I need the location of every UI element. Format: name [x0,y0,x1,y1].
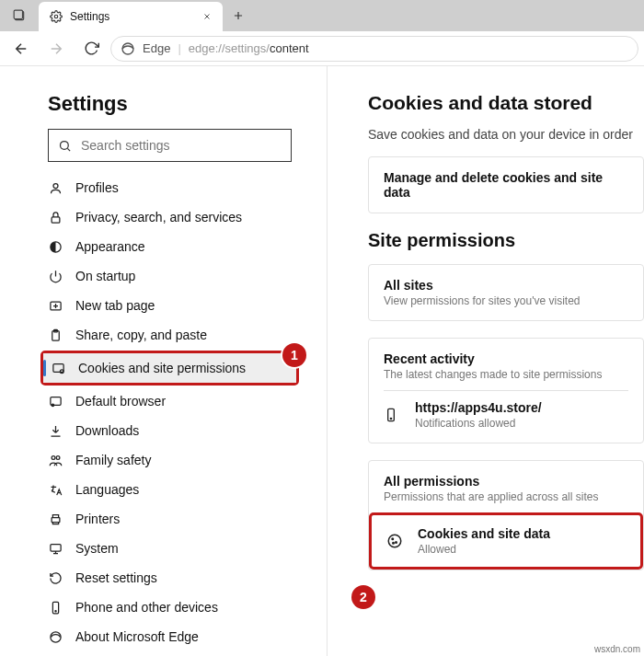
address-bar[interactable]: Edge | edge://settings/content [110,36,638,62]
recent-activity-item[interactable]: https://apps4u.store/ Notifications allo… [384,390,628,430]
recent-activity-desc: The latest changes made to site permissi… [384,368,628,381]
printer-icon [48,512,63,526]
all-sites-desc: View permissions for sites you've visite… [384,294,628,307]
nav-reset[interactable]: Reset settings [40,563,310,593]
tab-strip: Settings [0,0,644,31]
recent-activity-title: Recent activity [384,351,628,366]
nav-family[interactable]: Family safety [40,445,310,475]
profile-icon [48,181,63,195]
nav-about[interactable]: About Microsoft Edge [40,622,310,651]
search-icon [58,139,72,153]
new-tab-button[interactable] [223,0,254,31]
svg-point-4 [61,141,69,149]
svg-point-20 [54,610,55,611]
svg-point-21 [50,631,60,641]
lock-icon [48,211,63,224]
nav-default-browser[interactable]: Default browser [40,386,310,416]
nav-privacy[interactable]: Privacy, search, and services [40,202,310,232]
phone-icon [384,408,398,422]
svg-rect-18 [50,544,60,551]
search-settings[interactable] [48,129,292,162]
download-icon [48,424,63,438]
svg-point-24 [388,535,401,547]
nav-label: System [75,541,119,556]
nav-label: Languages [75,482,139,497]
languages-icon [48,483,63,497]
nav-label: Family safety [75,453,151,467]
all-permissions-desc: Permissions that are applied across all … [384,490,628,503]
nav-startup[interactable]: On startup [40,261,310,291]
settings-nav: Profiles Privacy, search, and services A… [40,173,310,651]
address-separator: | [178,41,180,55]
tab-title: Settings [70,10,195,23]
close-tab-icon[interactable] [202,12,212,21]
svg-point-25 [392,538,394,540]
nav-profiles[interactable]: Profiles [40,173,310,202]
svg-point-23 [390,418,391,419]
nav-label: About Microsoft Edge [75,629,199,644]
svg-point-3 [122,43,133,54]
appearance-icon [48,240,63,254]
svg-rect-6 [52,216,60,222]
recent-activity-card: Recent activity The latest changes made … [368,338,644,443]
family-icon [48,454,63,467]
nav-phone[interactable]: Phone and other devices [40,593,310,622]
svg-point-5 [53,183,58,188]
svg-point-15 [52,455,55,459]
cookies-heading: Cookies and data stored [368,92,644,114]
forward-button[interactable] [40,35,72,63]
perm-row-title: Cookies and site data [418,526,550,541]
all-permissions-title: All permissions [384,474,628,489]
nav-downloads[interactable]: Downloads [40,416,310,445]
svg-point-27 [393,543,395,545]
search-input[interactable] [81,138,282,153]
back-button[interactable] [6,35,37,63]
reset-icon [48,571,63,585]
svg-point-16 [56,455,60,459]
svg-point-2 [54,15,58,18]
svg-point-26 [396,542,397,544]
activity-site: https://apps4u.store/ [415,400,542,415]
nav-languages[interactable]: Languages [40,475,310,504]
nav-label: Cookies and site permissions [78,361,246,375]
nav-label: New tab page [75,298,155,313]
nav-system[interactable]: System [40,534,310,563]
phone-icon [48,601,63,615]
svg-rect-11 [52,363,63,372]
cookies-permission-row[interactable]: Cookies and site data Allowed [372,515,640,567]
svg-rect-1 [14,10,22,18]
manage-cookies-title: Manage and delete cookies and site data [384,170,628,200]
newtab-icon [48,299,63,313]
all-sites-title: All sites [384,278,628,293]
nav-newtab[interactable]: New tab page [40,291,310,320]
perm-row-status: Allowed [418,543,550,556]
settings-content: Cookies and data stored Save cookies and… [328,66,644,656]
gear-icon [50,10,63,23]
activity-status: Notifications allowed [415,417,542,430]
nav-label: Reset settings [75,570,157,585]
manage-cookies-card[interactable]: Manage and delete cookies and site data [368,156,644,213]
site-permissions-heading: Site permissions [368,230,644,251]
address-brand: Edge [143,41,170,55]
nav-label: Share, copy, and paste [75,328,207,342]
nav-cookies-permissions[interactable]: Cookies and site permissions [43,353,296,383]
nav-appearance[interactable]: Appearance [40,232,310,261]
system-icon [48,542,63,556]
edge-icon [48,630,63,644]
nav-label: Privacy, search, and services [75,210,242,224]
settings-heading: Settings [48,92,310,116]
browser-tab-settings[interactable]: Settings [39,2,223,31]
nav-printers[interactable]: Printers [40,504,310,534]
nav-share[interactable]: Share, copy, and paste [40,320,310,350]
tab-actions-icon[interactable] [0,0,39,31]
nav-label: Printers [75,512,120,526]
cookies-subtext: Save cookies and data on your device in … [368,127,644,142]
refresh-button[interactable] [75,35,107,63]
nav-label: Downloads [75,423,139,438]
settings-sidebar: Settings Profiles Privacy, search, and s… [0,66,328,656]
address-url-path: content [270,41,309,55]
nav-label: On startup [75,269,135,283]
all-sites-card[interactable]: All sites View permissions for sites you… [368,264,644,321]
power-icon [48,270,63,283]
nav-label: Default browser [75,394,166,409]
